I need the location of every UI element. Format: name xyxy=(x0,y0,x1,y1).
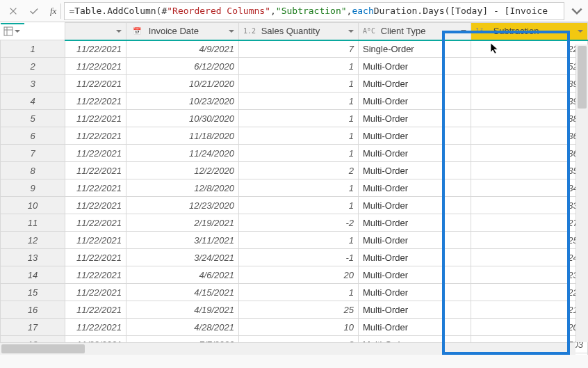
cell-invoice-date[interactable]: 12/23/2020 xyxy=(126,197,239,214)
cell-sales-quantity[interactable]: 2 xyxy=(239,162,359,179)
cell-today[interactable]: 11/22/2021 xyxy=(65,75,126,93)
table-row[interactable]: 811/22/202112/2/20202Multi-Order355 xyxy=(1,162,588,179)
cell-today[interactable]: 11/22/2021 xyxy=(65,319,126,336)
cell-today[interactable]: 11/22/2021 xyxy=(65,58,126,75)
table-menu-button[interactable] xyxy=(1,23,24,24)
cell-subtraction[interactable]: 363 xyxy=(471,145,588,162)
cell-client-type[interactable]: Multi-Order xyxy=(359,197,471,214)
table-row[interactable]: 611/22/202111/18/20201Multi-Order369 xyxy=(1,127,588,145)
cell-sales-quantity[interactable]: 1 xyxy=(239,93,359,110)
cell-client-type[interactable]: Multi-Order xyxy=(359,127,471,145)
cell-sales-quantity[interactable]: 1 xyxy=(239,127,359,145)
cell-sales-quantity[interactable]: 1 xyxy=(239,75,359,93)
dropdown-arrow-icon[interactable] xyxy=(13,27,22,38)
cell-invoice-date[interactable]: 12/2/2020 xyxy=(126,162,239,179)
cell-client-type[interactable]: Multi-Order xyxy=(359,110,471,127)
cell-sales-quantity[interactable]: 7 xyxy=(239,40,359,58)
cell-sales-quantity[interactable]: 1 xyxy=(239,197,359,214)
cell-subtraction[interactable]: 256 xyxy=(471,232,588,249)
cell-invoice-date[interactable]: 4/6/2021 xyxy=(126,266,239,284)
table-row[interactable]: 1511/22/20214/15/20211Multi-Order221 xyxy=(1,284,588,301)
cell-subtraction[interactable]: 217 xyxy=(471,301,588,319)
filter-arrow-icon[interactable] xyxy=(347,27,355,38)
cell-client-type[interactable]: Multi-Order xyxy=(359,162,471,179)
formula-input[interactable]: = Table.AddColumn(# "Reordered Columns" … xyxy=(64,2,564,20)
row-number[interactable]: 7 xyxy=(1,145,65,162)
column-header-subtraction[interactable]: 1²₃ Subtraction xyxy=(471,23,588,40)
cell-subtraction[interactable]: 528 xyxy=(471,58,588,75)
cell-client-type[interactable]: Multi-Order xyxy=(359,232,471,249)
cell-sales-quantity[interactable]: -1 xyxy=(239,249,359,266)
cell-today[interactable]: 11/22/2021 xyxy=(65,214,126,232)
cell-invoice-date[interactable]: 4/28/2021 xyxy=(126,319,239,336)
cell-client-type[interactable]: Multi-Order xyxy=(359,75,471,93)
cell-sales-quantity[interactable]: -2 xyxy=(239,214,359,232)
cell-sales-quantity[interactable]: 1 xyxy=(239,110,359,127)
row-number[interactable]: 2 xyxy=(1,58,65,75)
cell-invoice-date[interactable]: 3/11/2021 xyxy=(126,232,239,249)
cell-today[interactable]: 11/22/2021 xyxy=(65,127,126,145)
table-row[interactable]: 311/22/202110/21/20201Multi-Order397 xyxy=(1,75,588,93)
cell-sales-quantity[interactable]: 1 xyxy=(239,232,359,249)
cell-subtraction[interactable]: 334 xyxy=(471,197,588,214)
cell-today[interactable]: 11/22/2021 xyxy=(65,232,126,249)
table-row[interactable]: 411/22/202110/23/20201Multi-Order395 xyxy=(1,93,588,110)
row-number[interactable]: 8 xyxy=(1,162,65,179)
scrollbar-thumb[interactable] xyxy=(578,46,587,109)
row-number[interactable]: 17 xyxy=(1,319,65,336)
horizontal-scrollbar[interactable] xyxy=(0,342,575,355)
cell-invoice-date[interactable]: 3/24/2021 xyxy=(126,249,239,266)
cell-today[interactable]: 11/22/2021 xyxy=(65,301,126,319)
cell-invoice-date[interactable]: 11/24/2020 xyxy=(126,145,239,162)
cell-client-type[interactable]: Multi-Order xyxy=(359,266,471,284)
table-row[interactable]: 1611/22/20214/19/202125Multi-Order217 xyxy=(1,301,588,319)
column-header-client-type[interactable]: AᴮC Client Type xyxy=(359,23,471,40)
filter-arrow-icon[interactable] xyxy=(227,27,236,38)
cell-subtraction[interactable]: 208 xyxy=(471,319,588,336)
vertical-scrollbar[interactable] xyxy=(575,45,588,342)
table-row[interactable]: 711/22/202111/24/20201Multi-Order363 xyxy=(1,145,588,162)
cell-subtraction[interactable]: 227 xyxy=(471,40,588,58)
cell-subtraction[interactable]: 388 xyxy=(471,110,588,127)
table-row[interactable]: 1211/22/20213/11/20211Multi-Order256 xyxy=(1,232,588,249)
cell-subtraction[interactable]: 355 xyxy=(471,162,588,179)
row-number[interactable]: 9 xyxy=(1,179,65,197)
cell-today[interactable]: 11/22/2021 xyxy=(65,266,126,284)
cell-today[interactable]: 11/22/2021 xyxy=(65,249,126,266)
row-number[interactable]: 13 xyxy=(1,249,65,266)
cell-sales-quantity[interactable]: 10 xyxy=(239,319,359,336)
cell-today[interactable]: 11/22/2021 xyxy=(65,93,126,110)
cell-invoice-date[interactable]: 4/15/2021 xyxy=(126,284,239,301)
cell-sales-quantity[interactable]: 20 xyxy=(239,266,359,284)
table-row[interactable]: 211/22/20216/12/20201Multi-Order528 xyxy=(1,58,588,75)
cell-invoice-date[interactable]: 2/19/2021 xyxy=(126,214,239,232)
cell-invoice-date[interactable]: 10/30/2020 xyxy=(126,110,239,127)
cell-subtraction[interactable]: 221 xyxy=(471,284,588,301)
column-header-invoice-date[interactable]: 📅 Invoice Date xyxy=(126,23,239,40)
table-row[interactable]: 911/22/202112/8/20201Multi-Order349 xyxy=(1,179,588,197)
row-number[interactable]: 4 xyxy=(1,93,65,110)
row-number[interactable]: 3 xyxy=(1,75,65,93)
cell-today[interactable]: 11/22/2021 xyxy=(65,145,126,162)
cell-subtraction[interactable]: 276 xyxy=(471,214,588,232)
cell-sales-quantity[interactable]: 1 xyxy=(239,145,359,162)
cell-client-type[interactable]: Multi-Order xyxy=(359,179,471,197)
cell-invoice-date[interactable]: 6/12/2020 xyxy=(126,58,239,75)
cell-today[interactable]: 11/22/2021 xyxy=(65,197,126,214)
cell-today[interactable]: 11/22/2021 xyxy=(65,162,126,179)
cell-sales-quantity[interactable]: 1 xyxy=(239,179,359,197)
cell-client-type[interactable]: Multi-Order xyxy=(359,145,471,162)
row-number[interactable]: 5 xyxy=(1,110,65,127)
cell-client-type[interactable]: Multi-Order xyxy=(359,58,471,75)
cancel-formula-button[interactable] xyxy=(4,3,22,19)
cell-subtraction[interactable]: 243 xyxy=(471,249,588,266)
cell-invoice-date[interactable]: 4/9/2021 xyxy=(126,40,239,58)
cell-invoice-date[interactable]: 4/19/2021 xyxy=(126,301,239,319)
filter-arrow-icon[interactable] xyxy=(576,27,585,38)
table-row[interactable]: 1111/22/20212/19/2021-2Multi-Order276 xyxy=(1,214,588,232)
column-header-today[interactable] xyxy=(65,23,126,40)
row-number[interactable]: 14 xyxy=(1,266,65,284)
table-row[interactable]: 1011/22/202112/23/20201Multi-Order334 xyxy=(1,197,588,214)
filter-arrow-icon[interactable] xyxy=(115,27,123,38)
cell-subtraction[interactable]: 349 xyxy=(471,179,588,197)
